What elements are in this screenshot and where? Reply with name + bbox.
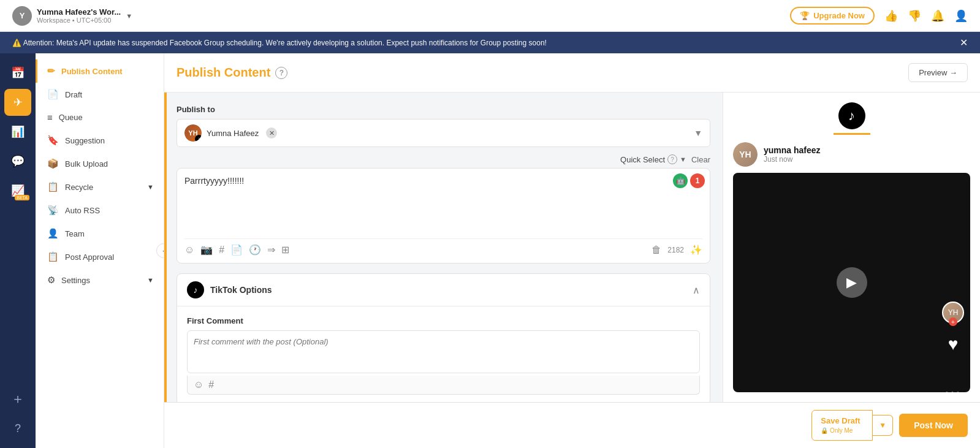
- sidebar-item-publish[interactable]: ✏ Publish Content: [36, 59, 164, 83]
- quick-select-bar: Quick Select ? ▼ Clear: [177, 154, 710, 164]
- publish-help-icon[interactable]: ?: [275, 67, 287, 79]
- bulk-upload-icon: 📦: [47, 158, 59, 169]
- preview-platform-header: ♪: [733, 102, 970, 135]
- publish-icon: ✏: [47, 66, 55, 77]
- save-draft-button[interactable]: Save Draft 🔒 Only Me: [811, 410, 873, 441]
- like-icon[interactable]: 👍: [884, 9, 898, 23]
- sidebar-item-settings-label: Settings: [61, 276, 90, 285]
- sidebar-icon-analytics[interactable]: 📊: [4, 118, 31, 145]
- ai-badge-red[interactable]: 1: [690, 173, 705, 188]
- content-area: Publish Content ? Preview → Publish to: [164, 53, 980, 448]
- user-avatar-icon[interactable]: 👤: [954, 9, 968, 23]
- save-draft-label: Save Draft: [821, 416, 860, 427]
- channel-left: YH ♪ Yumna Hafeez ✕: [184, 124, 277, 142]
- workspace-sub: Workspace • UTC+05:00: [37, 17, 121, 24]
- first-comment-input[interactable]: [187, 330, 700, 373]
- preview-side-actions: YH + ♥ •••: [942, 302, 964, 355]
- beta-badge: BETA: [15, 195, 29, 200]
- bell-icon[interactable]: 🔔: [931, 9, 944, 23]
- sidebar-icon-beta[interactable]: 📈 BETA: [4, 177, 31, 204]
- sidebar-icon-publish[interactable]: ✈: [4, 89, 31, 116]
- alert-content: ⚠️ Attention: Meta's API update has susp…: [12, 39, 547, 47]
- top-bar: Y Yumna Hafeez's Wor... Workspace • UTC+…: [0, 0, 980, 32]
- save-draft-dropdown-button[interactable]: ▼: [873, 415, 893, 436]
- publish-title: Publish Content ?: [177, 66, 287, 80]
- sidebar-item-suggestion[interactable]: 🔖 Suggestion: [36, 129, 164, 152]
- tiktok-options-header[interactable]: ♪ TikTok Options ∧: [177, 274, 710, 306]
- comment-emoji-icon[interactable]: ☺: [194, 379, 203, 390]
- link-icon[interactable]: ⇒: [267, 244, 275, 256]
- publish-to-section: Publish to YH ♪ Yumna Hafeez ✕ ▼: [177, 105, 710, 147]
- emoji-icon[interactable]: ☺: [184, 245, 194, 256]
- sidebar-item-bulk-upload[interactable]: 📦 Bulk Upload: [36, 152, 164, 175]
- delete-icon[interactable]: 🗑: [651, 245, 661, 256]
- sidebar-item-recycle-label: Recycle: [65, 183, 93, 192]
- preview-tiktok-logo: ♪: [838, 102, 865, 129]
- dislike-icon[interactable]: 👎: [908, 9, 921, 23]
- preview-follow-button[interactable]: YH +: [942, 302, 964, 324]
- save-draft-sub-label: 🔒 Only Me: [821, 427, 853, 435]
- main-layout: 📅 ✈ 📊 💬 📈 BETA ＋ ? ✏ Publish Content 📄 D…: [0, 53, 980, 448]
- sidebar-item-team[interactable]: 👤 Team: [36, 222, 164, 245]
- document-icon[interactable]: 📄: [230, 244, 243, 256]
- workspace-name: Yumna Hafeez's Wor...: [37, 7, 121, 17]
- workspace-avatar: Y: [12, 6, 32, 26]
- sidebar-item-auto-rss[interactable]: 📡 Auto RSS: [36, 199, 164, 222]
- remove-channel-button[interactable]: ✕: [266, 127, 277, 139]
- quick-select-help-icon[interactable]: ?: [667, 154, 677, 164]
- preview-avatar: YH: [733, 142, 758, 167]
- sidebar-item-bulk-label: Bulk Upload: [65, 159, 108, 169]
- left-sidebar: ✏ Publish Content 📄 Draft ≡ Queue 🔖 Sugg…: [36, 53, 164, 448]
- first-comment-label: First Comment: [187, 316, 700, 325]
- grid-icon[interactable]: ⊞: [281, 244, 289, 256]
- preview-username: yumna hafeez: [764, 145, 821, 155]
- post-approval-icon: 📋: [47, 251, 59, 262]
- draft-icon: 📄: [47, 89, 59, 100]
- settings-icon: ⚙: [47, 275, 55, 286]
- team-icon: 👤: [47, 228, 59, 239]
- workspace-chevron-icon: ▼: [126, 12, 132, 20]
- workspace-selector[interactable]: Y Yumna Hafeez's Wor... Workspace • UTC+…: [12, 6, 132, 26]
- channel-dropdown-icon: ▼: [694, 128, 702, 138]
- sidebar-icon-calendar[interactable]: 📅: [4, 59, 31, 86]
- alert-close-icon[interactable]: ✕: [960, 37, 968, 48]
- post-now-button[interactable]: Post Now: [899, 414, 968, 437]
- sidebar-item-settings[interactable]: ⚙ Settings ▼: [36, 268, 164, 292]
- follow-plus-badge: +: [949, 317, 957, 326]
- image-icon[interactable]: 📷: [200, 244, 213, 256]
- publish-header: Publish Content ? Preview →: [164, 53, 980, 93]
- upgrade-button[interactable]: 🏆 Upgrade Now: [790, 7, 875, 25]
- post-text-area-card: Parrrtyyyyy!!!!!!! 🤖 1 ☺ 📷 # 📄 🕐: [177, 168, 710, 264]
- form-panel: Publish to YH ♪ Yumna Hafeez ✕ ▼: [164, 93, 723, 402]
- sidebar-icon-add[interactable]: ＋: [4, 385, 31, 412]
- tiktok-body: First Comment ☺ #: [177, 306, 710, 402]
- sidebar-icon-help[interactable]: ?: [4, 415, 31, 442]
- preview-heart-button[interactable]: ♥: [942, 333, 964, 355]
- hashtag-icon[interactable]: #: [219, 245, 224, 256]
- quick-select-chevron-icon[interactable]: ▼: [680, 156, 686, 163]
- alert-bar: ⚠️ Attention: Meta's API update has susp…: [0, 32, 980, 53]
- preview-dots-button[interactable]: •••: [942, 382, 964, 392]
- sidebar-item-recycle[interactable]: 📋 Recycle ▼: [36, 175, 164, 199]
- preview-time: Just now: [764, 155, 821, 164]
- ai-badge-green[interactable]: 🤖: [673, 173, 688, 188]
- preview-user-info: yumna hafeez Just now: [764, 145, 821, 164]
- channel-selector[interactable]: YH ♪ Yumna Hafeez ✕ ▼: [177, 119, 710, 147]
- preview-button[interactable]: Preview →: [908, 63, 968, 82]
- clear-button[interactable]: Clear: [691, 155, 710, 164]
- sidebar-item-post-approval[interactable]: 📋 Post Approval: [36, 245, 164, 268]
- sidebar-item-draft[interactable]: 📄 Draft: [36, 83, 164, 106]
- settings-expand-icon: ▼: [147, 276, 154, 284]
- bottom-bar: Save Draft 🔒 Only Me ▼ Post Now: [164, 402, 980, 448]
- sidebar-item-draft-label: Draft: [65, 90, 82, 99]
- sidebar-icon-chat[interactable]: 💬: [4, 148, 31, 175]
- quick-select-label: Quick Select ? ▼: [620, 154, 686, 164]
- play-button[interactable]: ▶: [837, 267, 867, 298]
- magic-icon[interactable]: ✨: [690, 244, 702, 256]
- post-text-input[interactable]: Parrrtyyyyy!!!!!!!: [184, 176, 702, 231]
- clock-icon[interactable]: 🕐: [249, 244, 261, 256]
- publish-to-label: Publish to: [177, 105, 710, 114]
- comment-hashtag-icon[interactable]: #: [208, 379, 214, 390]
- sidebar-item-queue-label: Queue: [59, 113, 83, 122]
- sidebar-item-queue[interactable]: ≡ Queue: [36, 106, 164, 129]
